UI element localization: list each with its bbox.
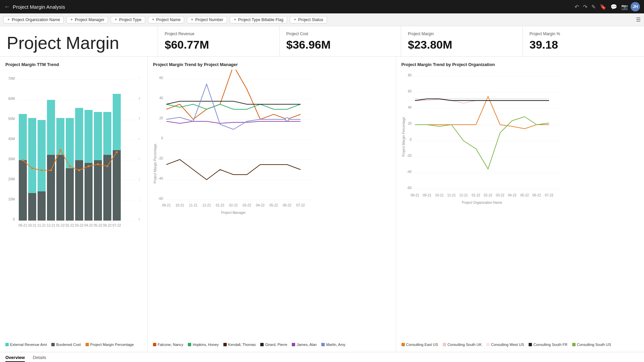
kpi-cost-value: $36.96M	[286, 38, 394, 51]
legend-item-south-uk: Consulting South UK	[443, 343, 482, 347]
tab-overview[interactable]: Overview	[5, 354, 25, 362]
chart2-legend: Falcone, Nancy Hopkins, Honey Kendall, T…	[153, 343, 390, 347]
kpi-margin-pct: Project Margin % 39.18	[523, 26, 644, 56]
svg-text:60M: 60M	[8, 97, 15, 101]
filter-name[interactable]: ✦ Project Name	[148, 16, 184, 23]
toolbar-icons: ↶ ↷ ✎ 🔖 💬 📷	[575, 4, 628, 10]
svg-point-52	[78, 169, 80, 171]
legend-label-south-fr: Consulting South FR	[533, 343, 568, 347]
svg-text:02-22: 02-22	[229, 203, 238, 207]
svg-text:30M: 30M	[8, 157, 15, 161]
legend-item-west-us: Consulting West US	[486, 343, 524, 347]
svg-point-55	[106, 165, 108, 167]
svg-point-51	[69, 165, 71, 167]
svg-text:-40: -40	[407, 170, 412, 174]
legend-color-revenue	[5, 343, 9, 346]
edit-icon[interactable]: ✎	[591, 4, 596, 10]
bottom-tabs: Overview Details	[0, 352, 644, 362]
svg-text:12-21: 12-21	[47, 224, 55, 227]
legend-color-south-uk	[443, 343, 446, 346]
filter-type[interactable]: ✦ Project Type	[111, 16, 145, 23]
svg-text:40M: 40M	[8, 137, 15, 141]
chart3-area: 80 60 40 20 0 -20 -40 -60	[401, 70, 639, 340]
svg-point-47	[31, 167, 33, 169]
legend-label-kendall: Kendall, Thomas	[228, 343, 256, 347]
filter-label-type: Project Type	[119, 17, 141, 22]
filter-settings-icon[interactable]: ☰	[636, 16, 641, 23]
svg-text:0: 0	[13, 218, 15, 221]
svg-text:11-21: 11-21	[189, 203, 198, 207]
filter-billable[interactable]: ✦ Project Type Billable Flag	[230, 16, 287, 23]
svg-text:10-21: 10-21	[175, 203, 184, 207]
svg-text:07-22: 07-22	[112, 224, 121, 227]
svg-rect-37	[38, 191, 46, 221]
svg-text:08-21: 08-21	[411, 193, 419, 197]
legend-item-kendall: Kendall, Thomas	[223, 343, 256, 347]
filterbar: ✦ Project Organization Name ✦ Project Ma…	[0, 13, 644, 26]
redo-icon[interactable]: ↷	[583, 4, 587, 10]
main-content: Project Margin Project Revenue $60.77M P…	[0, 26, 644, 352]
filter-label-name: Project Name	[156, 17, 181, 22]
svg-text:10-21: 10-21	[435, 193, 444, 197]
legend-label-james: James, Alan	[297, 343, 317, 347]
svg-text:50M: 50M	[8, 117, 15, 121]
filter-icon-status: ✦	[293, 17, 297, 22]
svg-point-54	[97, 163, 99, 165]
svg-rect-45	[113, 150, 121, 221]
svg-text:-20: -20	[158, 157, 163, 160]
svg-text:60: 60	[408, 89, 412, 93]
svg-text:0: 0	[139, 218, 140, 221]
svg-text:Project Margin Percentage: Project Margin Percentage	[153, 143, 157, 183]
filter-icon-type: ✦	[114, 17, 117, 22]
chart-by-org: Project Margin Trend by Project Organiza…	[396, 57, 644, 352]
legend-label-south-us: Consulting South US	[577, 343, 611, 347]
svg-text:01-22: 01-22	[472, 193, 480, 197]
bookmark-icon[interactable]: 🔖	[600, 4, 606, 10]
svg-text:10: 10	[139, 197, 140, 201]
kpi-row: Project Margin Project Revenue $60.77M P…	[0, 26, 644, 57]
comment-icon[interactable]: 💬	[610, 4, 617, 10]
svg-text:07-22: 07-22	[296, 203, 305, 207]
svg-text:Project Margin Percentage: Project Margin Percentage	[402, 117, 406, 157]
back-button[interactable]: ←	[4, 3, 10, 10]
svg-rect-39	[56, 155, 64, 221]
legend-color-girard	[260, 343, 264, 346]
legend-item-margin-pct: Project Margin Percentage	[86, 343, 134, 347]
chart-ttm-trend: Project Margin TTM Trend 70M 60M 50M 40M…	[0, 57, 148, 352]
svg-text:20: 20	[139, 177, 140, 181]
kpi-main-title: Project Margin	[7, 34, 119, 52]
chart1-title: Project Margin TTM Trend	[5, 62, 142, 67]
filter-org-name[interactable]: ✦ Project Organization Name	[3, 16, 64, 23]
svg-point-49	[50, 169, 52, 171]
kpi-revenue-value: $60.77M	[165, 38, 273, 51]
undo-icon[interactable]: ↶	[575, 4, 579, 10]
filter-status[interactable]: ✦ Project Status	[290, 16, 327, 23]
svg-text:60: 60	[139, 97, 140, 101]
svg-text:09-21: 09-21	[162, 203, 171, 207]
legend-item-girard: Girard, Pierre	[260, 343, 287, 347]
titlebar: ← Project Margin Analysis ↶ ↷ ✎ 🔖 💬 📷 JH	[0, 0, 644, 13]
svg-rect-42	[85, 163, 93, 221]
tab-details[interactable]: Details	[33, 354, 46, 362]
user-avatar[interactable]: JH	[631, 2, 640, 11]
svg-text:05-22: 05-22	[94, 224, 102, 227]
filter-actions: ☰	[636, 16, 641, 23]
svg-text:70: 70	[139, 77, 140, 80]
svg-text:50: 50	[139, 117, 140, 121]
filter-number[interactable]: ✦ Project Number	[187, 16, 227, 23]
legend-color-south-fr	[529, 343, 532, 346]
chart1-area: 70M 60M 50M 40M 30M 20M 10M 0 70 60 50 4…	[5, 70, 142, 340]
kpi-margin-pct-value: 39.18	[530, 38, 638, 51]
svg-text:06-22: 06-22	[283, 203, 291, 207]
share-icon[interactable]: 📷	[621, 4, 628, 10]
svg-point-83	[285, 118, 289, 121]
filter-manager[interactable]: ✦ Project Manager	[66, 16, 108, 23]
filter-icon-org: ✦	[7, 17, 10, 22]
svg-text:04-22: 04-22	[508, 193, 517, 197]
kpi-margin-pct-label: Project Margin %	[530, 32, 638, 36]
svg-text:09-21: 09-21	[423, 193, 431, 197]
svg-text:10-21: 10-21	[28, 224, 37, 227]
svg-text:03-22: 03-22	[243, 203, 251, 207]
svg-text:06-22: 06-22	[532, 193, 541, 197]
svg-text:09-21: 09-21	[18, 224, 27, 227]
